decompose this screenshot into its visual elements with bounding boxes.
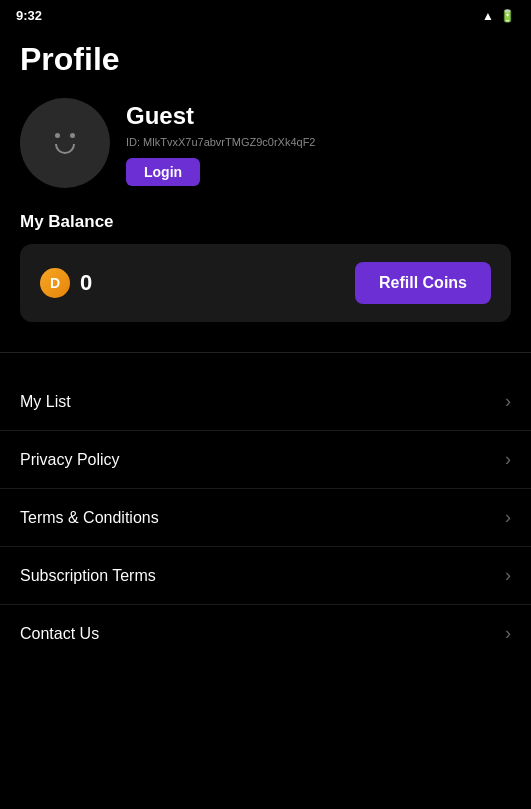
- menu-item[interactable]: Terms & Conditions ›: [0, 489, 531, 547]
- chevron-right-icon: ›: [505, 449, 511, 470]
- menu-item-label: Terms & Conditions: [20, 509, 159, 527]
- balance-section: My Balance D 0 Refill Coins: [0, 212, 531, 342]
- chevron-right-icon: ›: [505, 623, 511, 644]
- wifi-icon: ▲: [482, 9, 494, 23]
- coin-icon: D: [40, 268, 70, 298]
- balance-left: D 0: [40, 268, 92, 298]
- user-id: ID: MlkTvxX7u7abvrTMGZ9c0rXk4qF2: [126, 136, 316, 148]
- avatar-eye-right: [70, 133, 75, 138]
- profile-section: Guest ID: MlkTvxX7u7abvrTMGZ9c0rXk4qF2 L…: [0, 98, 531, 212]
- menu-item[interactable]: Subscription Terms ›: [0, 547, 531, 605]
- profile-info: Guest ID: MlkTvxX7u7abvrTMGZ9c0rXk4qF2 L…: [126, 98, 316, 186]
- avatar: [20, 98, 110, 188]
- section-divider: [0, 352, 531, 353]
- menu-item-label: Contact Us: [20, 625, 99, 643]
- avatar-eye-left: [55, 133, 60, 138]
- username: Guest: [126, 102, 316, 130]
- status-bar: 9:32 ▲ 🔋: [0, 0, 531, 31]
- menu-item-label: Privacy Policy: [20, 451, 120, 469]
- page-title: Profile: [0, 31, 531, 98]
- balance-title: My Balance: [20, 212, 511, 232]
- battery-icon: 🔋: [500, 9, 515, 23]
- menu-item-label: Subscription Terms: [20, 567, 156, 585]
- status-time: 9:32: [16, 8, 42, 23]
- menu-item-label: My List: [20, 393, 71, 411]
- menu-item[interactable]: Privacy Policy ›: [0, 431, 531, 489]
- avatar-face: [55, 133, 75, 154]
- avatar-eyes: [55, 133, 75, 138]
- balance-amount: 0: [80, 270, 92, 296]
- status-icons: ▲ 🔋: [482, 9, 515, 23]
- avatar-mouth: [55, 144, 75, 154]
- menu-list: My List › Privacy Policy › Terms & Condi…: [0, 363, 531, 672]
- login-button[interactable]: Login: [126, 158, 200, 186]
- menu-item[interactable]: My List ›: [0, 373, 531, 431]
- chevron-right-icon: ›: [505, 565, 511, 586]
- balance-card: D 0 Refill Coins: [20, 244, 511, 322]
- menu-item[interactable]: Contact Us ›: [0, 605, 531, 662]
- chevron-right-icon: ›: [505, 507, 511, 528]
- refill-coins-button[interactable]: Refill Coins: [355, 262, 491, 304]
- chevron-right-icon: ›: [505, 391, 511, 412]
